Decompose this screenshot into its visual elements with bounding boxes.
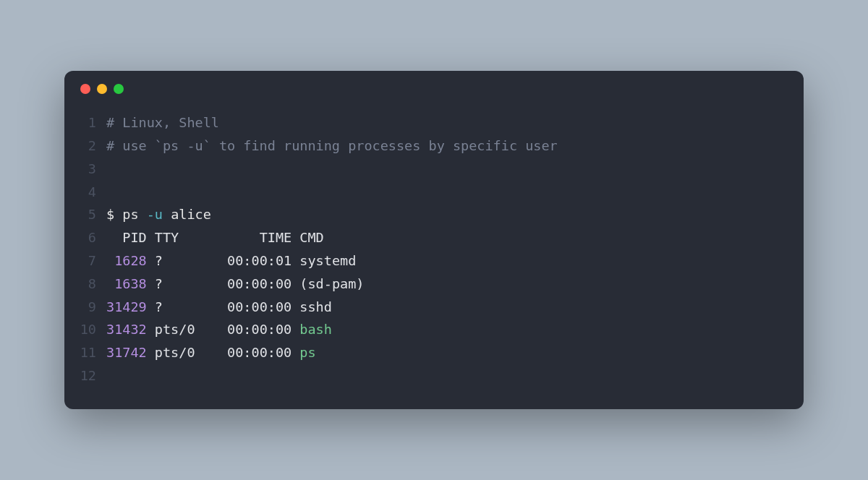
line-number: 6: [64, 226, 106, 249]
comment-text: # Linux, Shell: [106, 115, 219, 130]
process-time: 00:00:00: [227, 276, 299, 291]
line-number: 3: [64, 158, 106, 181]
process-cmd: sshd: [299, 299, 332, 314]
line-number: 11: [64, 341, 106, 364]
code-line: 12: [64, 364, 804, 387]
code-line: 8 1638 ? 00:00:00 (sd-pam): [64, 273, 804, 296]
terminal-window: 1 # Linux, Shell 2 # use `ps -u` to find…: [64, 71, 804, 409]
line-number: 2: [64, 134, 106, 158]
col-header-time: TIME: [260, 230, 300, 245]
process-pid: 1628: [106, 253, 155, 268]
line-number: 9: [64, 296, 106, 319]
process-time: 00:00:01: [227, 253, 299, 268]
process-pid: 31432: [106, 322, 155, 337]
line-content: [106, 181, 804, 204]
process-tty: ?: [155, 253, 227, 268]
col-header-cmd: CMD: [299, 230, 323, 245]
line-number: 10: [64, 318, 106, 341]
code-line: 3: [64, 158, 804, 181]
line-number: 5: [64, 203, 106, 226]
code-line: 10 31432 pts/0 00:00:00 bash: [64, 318, 804, 341]
code-line: 11 31742 pts/0 00:00:00 ps: [64, 341, 804, 364]
process-pid: 31429: [106, 299, 155, 314]
process-time: 00:00:00: [227, 322, 299, 337]
process-tty: pts/0: [155, 322, 227, 337]
process-pid: 31742: [106, 345, 155, 360]
line-content: PID TTY TIME CMD: [106, 226, 804, 249]
prompt-symbol: $: [106, 207, 122, 222]
code-line: 7 1628 ? 00:00:01 systemd: [64, 249, 804, 273]
command-flag: -u: [147, 207, 171, 222]
code-area[interactable]: 1 # Linux, Shell 2 # use `ps -u` to find…: [64, 94, 804, 409]
line-number: 12: [64, 364, 106, 387]
code-line: 6 PID TTY TIME CMD: [64, 226, 804, 249]
line-content: 1628 ? 00:00:01 systemd: [106, 249, 804, 273]
line-content: 1638 ? 00:00:00 (sd-pam): [106, 273, 804, 296]
line-content: 31429 ? 00:00:00 sshd: [106, 296, 804, 319]
code-line: 5 $ ps -u alice: [64, 203, 804, 226]
maximize-icon[interactable]: [114, 84, 124, 94]
line-content: $ ps -u alice: [106, 203, 804, 226]
code-line: 4: [64, 181, 804, 204]
line-number: 4: [64, 181, 106, 204]
process-cmd: bash: [299, 322, 332, 337]
line-content: [106, 364, 804, 387]
line-content: 31432 pts/0 00:00:00 bash: [106, 318, 804, 341]
process-cmd: ps: [299, 345, 315, 360]
code-line: 9 31429 ? 00:00:00 sshd: [64, 296, 804, 319]
process-cmd: (sd-pam): [299, 276, 364, 291]
col-header-pid: PID: [106, 230, 155, 245]
code-line: 2 # use `ps -u` to find running processe…: [64, 134, 804, 158]
col-header-tty: TTY: [155, 230, 260, 245]
code-line: 1 # Linux, Shell: [64, 111, 804, 134]
minimize-icon[interactable]: [97, 84, 107, 94]
process-cmd: systemd: [299, 253, 356, 268]
line-content: # Linux, Shell: [106, 111, 804, 134]
line-content: 31742 pts/0 00:00:00 ps: [106, 341, 804, 364]
line-number: 1: [64, 111, 106, 134]
line-content: [106, 158, 804, 181]
process-time: 00:00:00: [227, 299, 299, 314]
process-tty: ?: [155, 276, 227, 291]
comment-text: # use `ps -u` to find running processes …: [106, 138, 558, 153]
window-title-bar: [64, 71, 804, 94]
command-arg: alice: [171, 207, 211, 222]
line-number: 7: [64, 249, 106, 273]
process-tty: pts/0: [155, 345, 227, 360]
process-tty: ?: [155, 299, 227, 314]
process-time: 00:00:00: [227, 345, 299, 360]
command-name: ps: [122, 207, 146, 222]
line-number: 8: [64, 273, 106, 296]
close-icon[interactable]: [80, 84, 90, 94]
process-pid: 1638: [106, 276, 155, 291]
line-content: # use `ps -u` to find running processes …: [106, 134, 804, 158]
